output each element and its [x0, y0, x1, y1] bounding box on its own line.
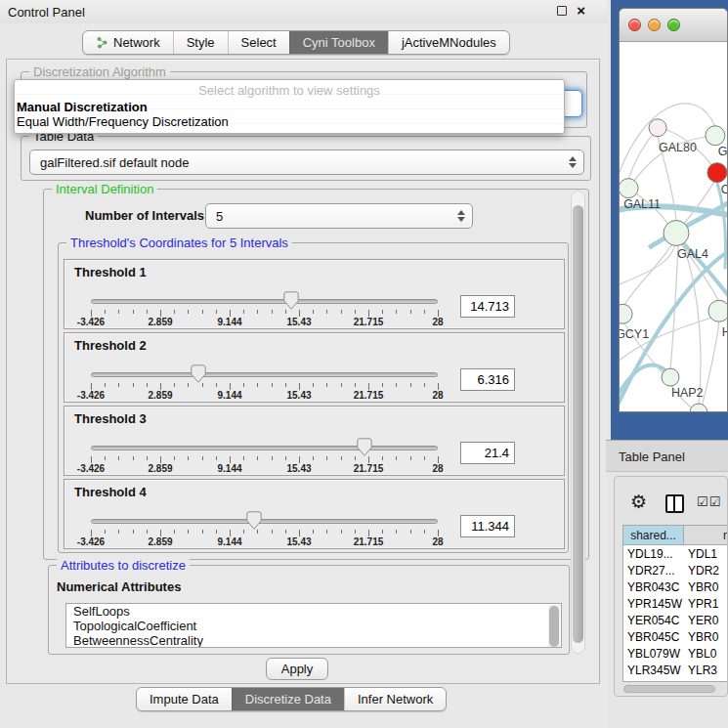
scale-label: 21.715: [344, 390, 393, 401]
node-label: GA: [718, 145, 728, 158]
num-intervals-combo[interactable]: 5: [205, 203, 473, 229]
threshold-slider-thumb[interactable]: [246, 511, 262, 530]
network-node-ga[interactable]: [706, 126, 725, 146]
network-window-titlebar[interactable]: [620, 9, 727, 42]
table-row[interactable]: YPR145WYPR1: [623, 595, 728, 612]
attribute-item[interactable]: SelfLoops: [66, 604, 561, 619]
threshold-slider-track[interactable]: [91, 299, 438, 304]
float-window-icon[interactable]: [557, 6, 567, 16]
tab-impute-data[interactable]: Impute Data: [137, 688, 232, 710]
column-header-name[interactable]: na: [684, 526, 728, 545]
table-row[interactable]: YIL052CYIL0: [623, 678, 728, 682]
gear-icon[interactable]: ⚙: [630, 491, 647, 512]
stepper-arrows-icon: [569, 156, 577, 168]
threshold-value-field[interactable]: 21.4: [460, 442, 515, 464]
network-canvas[interactable]: GAL80GACGAL11GAL4GCY1HHAP2: [620, 43, 728, 412]
dropdown-item[interactable]: Manual Discretization: [15, 100, 564, 114]
num-intervals-label: Number of Intervals: [85, 208, 204, 223]
control-panel-titlebar: Control Panel ×: [0, 0, 607, 23]
cell-shared-name: YBR045C: [623, 628, 685, 645]
network-node-gal80[interactable]: [649, 119, 666, 137]
node-label: C: [721, 183, 728, 196]
panel-title: Control Panel: [0, 5, 85, 20]
threshold-slider-thumb[interactable]: [283, 291, 299, 310]
table-row[interactable]: YBL079WYBL0: [623, 645, 728, 662]
tab-discretize-data[interactable]: Discretize Data: [232, 688, 344, 710]
attributes-group-label: Attributes to discretize: [57, 558, 190, 573]
table-data-combo[interactable]: galFiltered.sif default node: [29, 150, 584, 175]
cyni-toolbox-panel: Discretization Algorithm Select algorith…: [6, 59, 600, 684]
panel-scrollbar-thumb[interactable]: [573, 205, 583, 643]
tab-jactivemnodules[interactable]: jActiveMNodules: [388, 31, 509, 54]
table-hscrollbar[interactable]: [622, 684, 722, 694]
table-hscrollbar-thumb[interactable]: [623, 685, 715, 693]
close-icon[interactable]: ×: [577, 5, 585, 17]
scale-label: 9.144: [205, 390, 254, 401]
column-header-shared-name[interactable]: shared...: [623, 526, 684, 545]
tab-select[interactable]: Select: [228, 31, 289, 54]
scale-label: 15.43: [275, 463, 323, 474]
tab-cyni-toolbox[interactable]: Cyni Toolbox: [289, 31, 388, 54]
network-node-c[interactable]: [707, 163, 727, 183]
tab-infer-network[interactable]: Infer Network: [344, 688, 446, 710]
split-columns-icon[interactable]: [665, 494, 684, 513]
cell-name: YIL0: [685, 678, 728, 682]
threshold-panel: Threshold 1-3.4262.8599.14415.4321.71528…: [64, 259, 565, 329]
panel-scrollbar[interactable]: [571, 191, 585, 654]
scale-label: 9.144: [205, 463, 254, 474]
node-label: GCY1: [620, 327, 649, 341]
table-row[interactable]: YBR045CYBR0: [623, 628, 728, 645]
network-node-gcy1[interactable]: [620, 304, 632, 323]
numerical-attributes-list[interactable]: SelfLoopsTopologicalCoefficientBetweenne…: [65, 603, 562, 648]
threshold-value-field[interactable]: 14.713: [460, 295, 515, 318]
table-panel-titlebar: Table Panel: [606, 440, 728, 472]
control-panel-tabs: NetworkStyleSelectCyni ToolboxjActiveMNo…: [82, 30, 510, 55]
node-label: HAP2: [671, 386, 704, 400]
dropdown-item[interactable]: Equal Width/Frequency Discretization: [15, 114, 564, 129]
close-traffic-light[interactable]: [628, 19, 641, 31]
table-row[interactable]: YDR27...YDR2: [623, 562, 728, 578]
table-row[interactable]: YLR345WYLR3: [623, 662, 728, 678]
apply-button[interactable]: Apply: [266, 658, 328, 680]
attribute-item[interactable]: BetweennessCentrality: [66, 633, 561, 648]
table-panel: ⚙ ☑☑ shared... na YDL19...YDL1YDR27...YD…: [614, 476, 728, 697]
cell-shared-name: YIL052C: [623, 678, 685, 682]
control-panel: Control Panel × NetworkStyleSelectCyni T…: [0, 0, 607, 728]
tab-style[interactable]: Style: [173, 31, 228, 54]
tab-network[interactable]: Network: [83, 31, 173, 54]
list-scrollbar-thumb[interactable]: [549, 606, 559, 647]
network-node-hap2[interactable]: [662, 368, 679, 386]
cell-name: YDL1: [685, 545, 728, 562]
threshold-value-field[interactable]: 11.344: [460, 515, 515, 537]
list-scrollbar[interactable]: [548, 605, 560, 648]
threshold-slider-thumb[interactable]: [191, 364, 206, 383]
threshold-slider-track[interactable]: [91, 446, 438, 450]
zoom-traffic-light[interactable]: [667, 19, 680, 31]
cell-name: YDR2: [685, 562, 728, 578]
threshold-slider-track[interactable]: [91, 519, 438, 524]
table-row[interactable]: YER054CYER0: [623, 612, 728, 628]
node-label: GAL4: [677, 247, 708, 261]
cell-name: YBR0: [685, 578, 728, 595]
threshold-slider-thumb[interactable]: [357, 438, 372, 456]
attribute-item[interactable]: TopologicalCoefficient: [66, 619, 561, 633]
network-node-gal4[interactable]: [664, 221, 689, 246]
threshold-slider-track[interactable]: [91, 372, 438, 377]
table-row[interactable]: YBR043CYBR0: [623, 578, 728, 595]
network-icon: [96, 36, 108, 49]
threshold-panel: Threshold 3-3.4262.8599.14415.4321.71528…: [64, 406, 565, 476]
table-row[interactable]: YDL19...YDL1: [623, 545, 728, 562]
scale-label: 15.43: [275, 317, 323, 327]
node-label: GAL11: [623, 197, 661, 211]
cell-shared-name: YDL19...: [623, 545, 685, 562]
cell-name: YLR3: [685, 662, 728, 678]
scale-label: 15.43: [275, 536, 323, 547]
select-columns-icon[interactable]: ☑☑: [697, 494, 721, 509]
network-node-h[interactable]: [708, 300, 728, 321]
minimize-traffic-light[interactable]: [648, 19, 661, 31]
scale-label: 28: [413, 390, 462, 401]
network-node-gal11[interactable]: [620, 179, 638, 198]
network-node[interactable]: [690, 404, 707, 412]
cell-shared-name: YBR043C: [623, 578, 685, 595]
threshold-value-field[interactable]: 6.316: [460, 368, 515, 391]
